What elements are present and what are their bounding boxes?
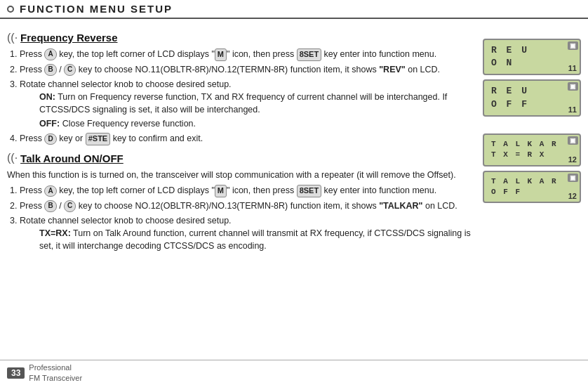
wave-icon-2: ((· (7, 152, 18, 164)
m-icon-2: M (215, 185, 227, 197)
page-number: 33 (7, 367, 25, 379)
freq-step-4: Press D key or #STE key to confirm and e… (20, 132, 472, 145)
8set-button-2: 8SET (297, 185, 322, 197)
lcd-panels: ▣ R E U O N 11 ▣ R E U O F F 11 ▣ T A L … (483, 26, 581, 255)
page-header: FUNCTION MENU SETUP (0, 0, 588, 19)
freq-step-1: Press A key, the top left corner of LCD … (20, 48, 472, 61)
cv-button-2: C (64, 200, 76, 212)
lcd-panel-rev-on: ▣ R E U O N 11 (483, 39, 581, 75)
m-icon: M (215, 48, 227, 61)
lcd-channel-3: 12 (568, 155, 577, 164)
main-content: ((· Frequency Reverse Press A key, the t… (0, 19, 588, 262)
panel-icon-2: ▣ (568, 82, 578, 91)
freq-step-3: Rotate channel selector knob to choose d… (20, 78, 472, 131)
footer-line1: Professional (29, 363, 82, 372)
header-circle-icon (7, 6, 14, 13)
8set-button: 8SET (297, 48, 322, 61)
lcd-row-3-2: T X = R X (491, 150, 573, 160)
freq-reverse-heading: ((· Frequency Reverse (7, 32, 472, 44)
panel-icon-3: ▣ (568, 136, 578, 145)
lcd-row-3-1: T A L K A R (491, 139, 573, 150)
talk-step-1: Press A key, the top left corner of LCD … (20, 184, 472, 197)
lcd-row-1-2: O N (491, 57, 573, 70)
talk-around-intro: When this function is is turned on, the … (7, 169, 472, 181)
wave-icon: ((· (7, 32, 18, 44)
footer-line2: FM Transceiver (29, 373, 82, 383)
lcd-panel-rev-off: ▣ R E U O F F 11 (483, 79, 581, 116)
lcd-row-4-2: O F F (491, 187, 573, 197)
bmain-button-2: B (44, 200, 56, 212)
lcd-channel-2: 11 (568, 105, 577, 114)
freq-reverse-title: Frequency Reverse (20, 32, 117, 44)
talk-step-3: Rotate channel selector knob to choose d… (20, 214, 472, 252)
lcd-panel-talkar-on: ▣ T A L K A R T X = R X 12 (483, 133, 581, 167)
talk-step-2: Press B / C key to choose NO.12(OBLTR-8R… (20, 200, 472, 212)
lcd-row-1-1: R E U (491, 44, 573, 57)
talk-around-heading: ((· Talk Around ON/OFF (7, 152, 472, 164)
freq-off-block: OFF: Close Frequency reverse function. (39, 117, 472, 130)
lcd-channel-4: 12 (568, 192, 577, 200)
panel-icon-4: ▣ (568, 174, 578, 182)
lcd-channel-1: 11 (568, 64, 577, 72)
bmain-button: B (44, 64, 56, 76)
a-button-2: A (44, 185, 56, 197)
lcd-row-4-1: T A L K A R (491, 176, 573, 187)
dsc-button: D (44, 133, 56, 145)
cv-button: C (64, 64, 76, 76)
lcd-row-2-2: O F F (491, 98, 573, 111)
talk-around-title: Talk Around ON/OFF (20, 152, 123, 164)
freq-step-2: Press B / C key to choose NO.11(OBLTR-8R… (20, 63, 472, 76)
page-title: FUNCTION MENU SETUP (20, 3, 173, 15)
panel-icon-1: ▣ (568, 41, 578, 50)
lcd-row-2-1: R E U (491, 85, 573, 98)
lcd-panel-talkar-off: ▣ T A L K A R O F F 12 (483, 171, 581, 204)
txrx-block: TX=RX: Turn on Talk Around function, cur… (39, 227, 472, 252)
talk-around-steps: Press A key, the top left corner of LCD … (20, 184, 472, 252)
freq-on-block: ON: Turn on Frequency reverse function, … (39, 91, 472, 116)
freq-reverse-steps: Press A key, the top left corner of LCD … (20, 48, 472, 145)
content-area: ((· Frequency Reverse Press A key, the t… (7, 26, 476, 255)
a-button: A (44, 48, 56, 60)
page-footer: 33 Professional FM Transceiver (0, 360, 588, 385)
hash-button: #STE (86, 133, 111, 145)
footer-text: Professional FM Transceiver (29, 363, 82, 383)
